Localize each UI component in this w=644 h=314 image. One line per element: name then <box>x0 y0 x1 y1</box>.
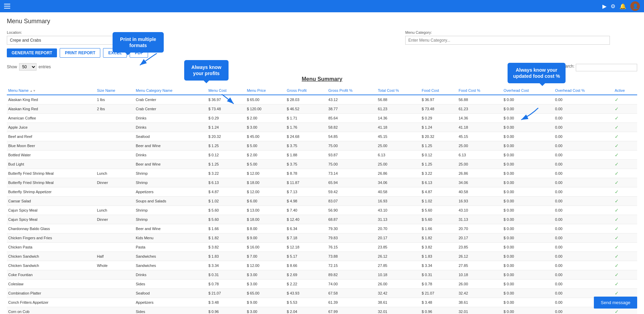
pdf-button[interactable]: PDF <box>130 48 148 58</box>
table-cell: Crab Center <box>134 104 207 114</box>
col-menu-price[interactable]: Menu Price <box>246 86 286 95</box>
table-cell: $ 1.02 <box>420 197 457 206</box>
table-cell: $ 0.00 <box>502 95 554 104</box>
print-report-button[interactable]: PRINT REPORT <box>60 48 100 58</box>
table-cell: $ 0.00 <box>502 206 554 215</box>
table-cell: 73.14 <box>327 169 377 178</box>
table-cell: Sides <box>134 307 207 314</box>
table-cell: 85.64 <box>327 114 377 123</box>
table-cell: Dinner <box>96 178 134 187</box>
gear-icon[interactable]: ⚙ <box>611 3 615 10</box>
table-cell: 0.00 <box>554 95 613 104</box>
col-overhead-cost-pct[interactable]: Overhead Cost % <box>554 86 613 95</box>
col-active[interactable]: Active <box>613 86 637 95</box>
table-cell <box>96 270 134 280</box>
table-row: Beef and ReefSeafood$ 20.32$ 45.00$ 24.6… <box>7 132 637 141</box>
table-cell: $ 0.00 <box>502 132 554 141</box>
table-cell: 0.00 <box>554 104 613 114</box>
avatar[interactable]: 👤 <box>630 1 640 11</box>
table-cell: Chicken Fingers and Fries <box>7 233 96 243</box>
table-cell: 45.15 <box>457 132 502 141</box>
show-label: Show <box>7 65 17 69</box>
show-select[interactable]: 50 25 10 100 <box>19 63 36 71</box>
col-overhead-cost[interactable]: Overhead Cost <box>502 86 554 95</box>
table-cell: Drinks <box>134 270 207 280</box>
form-left: Location: <box>7 30 405 45</box>
table-cell: Chardonnay Baldo Glass <box>7 224 96 233</box>
table-cell: 73.88 <box>327 252 377 261</box>
table-cell: $ 13.00 <box>246 206 286 215</box>
table-cell: Cajun Spicy Meal <box>7 206 96 215</box>
table-cell: $ 65.00 <box>246 95 286 104</box>
col-total-cost-pct[interactable]: Total Cost % <box>377 86 420 95</box>
table-cell: 43.10 <box>377 206 420 215</box>
col-food-cost[interactable]: Food Cost <box>420 86 457 95</box>
table-cell: $ 1.25 <box>207 160 246 169</box>
table-cell: 20.17 <box>457 233 502 243</box>
col-gross-profit[interactable]: Gross Profit <box>286 86 327 95</box>
table-cell: $ 6.13 <box>420 178 457 187</box>
table-cell: Butterfly Fried Shrimp Meal <box>7 169 96 178</box>
table-cell: $ 3.00 <box>246 270 286 280</box>
location-input[interactable] <box>7 36 123 45</box>
table-cell: Alaskan King Red <box>7 104 96 114</box>
table-cell: ✓ <box>613 104 637 114</box>
col-gross-profit-pct[interactable]: Gross Profit % <box>327 86 377 95</box>
table-cell <box>96 280 134 289</box>
play-icon[interactable]: ▶ <box>602 3 606 10</box>
table-cell: $ 9.00 <box>246 233 286 243</box>
table-cell: ✓ <box>613 178 637 187</box>
table-cell: 0.00 <box>554 141 613 151</box>
table-cell: ✓ <box>613 252 637 261</box>
col-menu-name[interactable]: Menu Name ▲▼ <box>7 86 96 95</box>
entries-label: entries <box>39 65 51 69</box>
table-cell: Beef and Reef <box>7 132 96 141</box>
table-cell: $ 16.00 <box>246 243 286 252</box>
col-size-name[interactable]: Size Name <box>96 86 134 95</box>
table-cell: Soups and Salads <box>134 197 207 206</box>
table-cell <box>96 141 134 151</box>
active-check: ✓ <box>615 281 619 287</box>
col-menu-cost[interactable]: Menu Cost <box>207 86 246 95</box>
location-label: Location: <box>7 30 405 34</box>
table-cell: $ 5.60 <box>207 215 246 224</box>
table-cell: 43.12 <box>327 95 377 104</box>
col-category-name[interactable]: Menu Category Name <box>134 86 207 95</box>
table-cell: 61.39 <box>327 298 377 307</box>
category-input[interactable] <box>405 36 610 45</box>
active-check: ✓ <box>615 235 619 241</box>
table-cell: 79.30 <box>327 224 377 233</box>
send-message-button[interactable]: Send message <box>594 297 637 309</box>
table-cell: $ 0.78 <box>207 280 246 289</box>
table-cell: $ 5.00 <box>246 141 286 151</box>
table-cell: $ 12.18 <box>286 243 327 252</box>
table-cell: $ 0.00 <box>502 141 554 151</box>
excel-button[interactable]: EXCEL <box>103 48 127 58</box>
col-food-cost-pct[interactable]: Food Cost % <box>457 86 502 95</box>
table-cell: $ 0.00 <box>502 123 554 132</box>
active-check: ✓ <box>615 152 619 158</box>
page-title: Menu Summary <box>7 18 637 25</box>
search-input[interactable] <box>576 64 637 71</box>
table-cell: Shrimp <box>134 206 207 215</box>
table-cell: $ 0.00 <box>502 233 554 243</box>
table-cell: ✓ <box>613 270 637 280</box>
table-cell: $ 4.98 <box>286 197 327 206</box>
bell-icon[interactable]: 🔔 <box>619 3 626 10</box>
table-cell: 61.23 <box>457 104 502 114</box>
table-cell: 83.07 <box>327 197 377 206</box>
table-cell: Sides <box>134 280 207 289</box>
table-cell: Coke Fountian <box>7 270 96 280</box>
table-cell: Crab Center <box>134 95 207 104</box>
table-cell: 45.15 <box>377 132 420 141</box>
table-row: Apple JuiceDrinks$ 1.24$ 3.00$ 1.7658.82… <box>7 123 637 132</box>
table-cell: $ 24.68 <box>286 132 327 141</box>
table-cell <box>96 187 134 197</box>
table-cell: 14.36 <box>457 114 502 123</box>
generate-report-button[interactable]: GENERATE REPORT <box>7 48 57 57</box>
table-cell: Lunch <box>96 169 134 178</box>
hamburger-menu[interactable] <box>4 4 10 9</box>
table-cell: Apple Juice <box>7 123 96 132</box>
table-cell: $ 3.00 <box>246 307 286 314</box>
table-cell: $ 3.00 <box>246 123 286 132</box>
